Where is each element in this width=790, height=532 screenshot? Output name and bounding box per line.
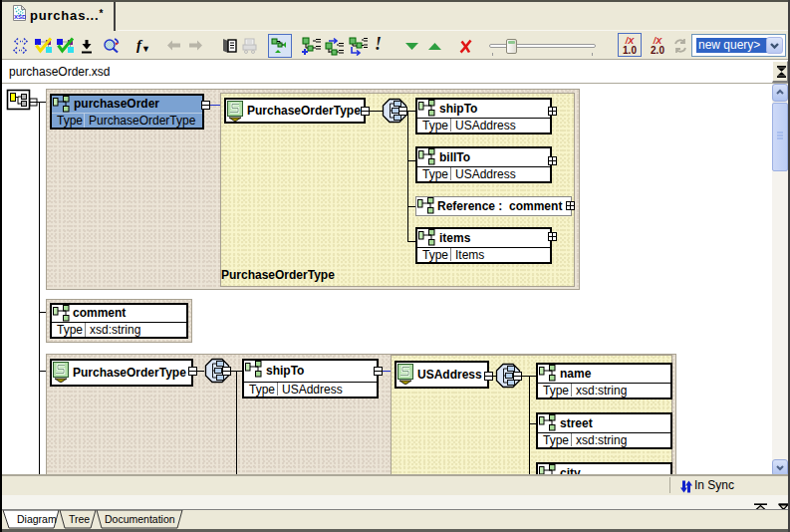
svg-text:Tree: Tree (69, 513, 90, 525)
svg-text:Documentation: Documentation (105, 513, 175, 525)
svg-text:XSD: XSD (14, 14, 26, 20)
svg-text:Diagram: Diagram (17, 513, 57, 525)
